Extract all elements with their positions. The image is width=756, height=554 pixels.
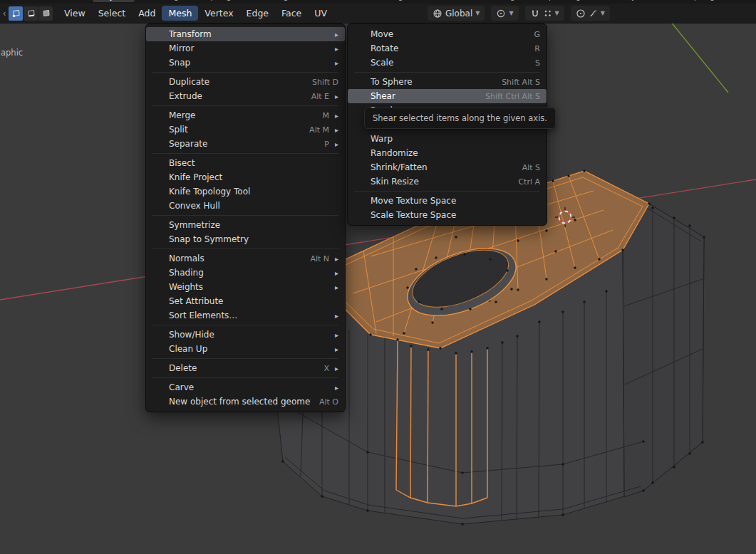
menu-item-hotkey: Alt M [309,125,329,135]
menu-item-bisect[interactable]: Bisect [146,156,345,170]
menu-mesh[interactable]: Mesh [162,6,198,21]
workspace-tab-sculpting[interactable]: Sculpting [186,0,239,2]
submenu-item-rotate[interactable]: Rotate R [348,41,547,56]
menu-item-shading[interactable]: Shading ▸ [146,266,345,280]
menu-item-separate[interactable]: Separate P ▸ [146,137,345,151]
menu-item-label: Sort Elements… [169,310,329,320]
menu-item-weights[interactable]: Weights ▸ [146,280,345,294]
submenu-arrow-icon: ▸ [333,31,338,38]
workspace-tab-compositing[interactable]: Compositing [522,0,588,2]
menu-separator [152,249,338,249]
menu-item-label: Move Texture Space [371,196,540,206]
menu-item-normals[interactable]: Normals Alt N ▸ [146,251,345,266]
menu-select[interactable]: Select [92,6,133,21]
menu-item-label: Clean Up [169,344,329,354]
submenu-item-move-texture-space[interactable]: Move Texture Space [348,194,547,208]
submenu-item-skin-resize[interactable]: Skin Resize Ctrl A [348,174,547,189]
workspace-tab-geometry-nodes[interactable]: Geometry Nodes [589,0,672,2]
menu-item-label: Separate [169,139,316,149]
menu-item-mirror[interactable]: Mirror ▸ [146,41,345,56]
tooltip-shear: Shear selected items along the given axi… [364,108,556,129]
workspace-tab-rendering[interactable]: Rendering [467,0,523,2]
menu-item-label: Randomize [371,148,540,158]
menu-item-delete[interactable]: Delete X ▸ [146,361,345,375]
workspace-tab-shading[interactable]: Shading [363,0,410,2]
submenu-arrow-icon: ▸ [333,384,338,392]
menu-separator [152,377,338,378]
submenu-item-scale-texture-space[interactable]: Scale Texture Space [348,208,547,222]
menu-vertex[interactable]: Vertex [198,6,239,21]
menu-separator [152,325,338,325]
menu-view[interactable]: View [58,6,92,21]
workspace-tab-animation[interactable]: Animation [410,0,467,2]
submenu-item-shrink-fatten[interactable]: Shrink/Fatten Alt S [348,160,547,174]
menu-item-knife-topology-tool[interactable]: Knife Topology Tool [146,184,345,199]
menu-separator [152,72,338,73]
menu-item-hotkey: Alt E [311,92,329,101]
menu-item-duplicate[interactable]: Duplicate Shift D [146,75,345,89]
menu-item-label: Delete [169,363,315,373]
menu-face[interactable]: Face [275,6,308,21]
submenu-arrow-icon: ▸ [333,45,338,53]
menu-item-label: Move [371,29,525,39]
workspace-tab-uv-editing[interactable]: UV Editing [239,0,296,2]
menu-item-label: Merge [169,110,314,120]
menu-item-label: Scale Texture Space [371,210,540,220]
submenu-item-randomize[interactable]: Randomize [348,146,547,160]
snapping-controls[interactable]: ▼ [525,6,564,21]
workspace-tabbar: Layout Modeling Sculpting UV Editing Tex… [0,0,756,4]
menu-item-label: Carve [169,382,329,392]
select-mode-edge-button[interactable] [24,6,38,21]
menu-item-set-attribute[interactable]: Set Attribute [146,294,345,308]
workspace-tab-modeling[interactable]: Modeling [135,0,186,2]
menu-item-convex-hull[interactable]: Convex Hull [146,199,345,213]
header-scroll-left-icon[interactable]: ‹ [0,8,9,19]
menu-item-sort-elements[interactable]: Sort Elements… ▸ [146,308,345,323]
menu-separator [152,215,338,216]
menu-item-extrude[interactable]: Extrude Alt E ▸ [146,89,345,103]
menu-item-hotkey: Shift Ctrl Alt S [485,92,540,101]
submenu-arrow-icon: ▸ [333,269,338,277]
workspace-tab-texture-paint[interactable]: Texture Paint [296,0,363,2]
menu-item-snap[interactable]: Snap ▸ [146,56,345,70]
submenu-arrow-icon: ▸ [333,345,338,353]
menu-item-hotkey: X [323,364,329,373]
menu-item-label: Normals [169,254,301,263]
menu-item-knife-project[interactable]: Knife Project [146,170,345,184]
submenu-item-shear[interactable]: Shear Shift Ctrl Alt S [348,89,547,103]
menu-item-label: Shrink/Fatten [371,162,514,172]
submenu-arrow-icon: ▸ [333,283,338,291]
menu-edge[interactable]: Edge [240,6,275,21]
submenu-arrow-icon: ▸ [333,59,338,67]
menu-item-label: Extrude [169,91,303,101]
submenu-item-warp[interactable]: Warp [348,132,547,146]
submenu-item-scale[interactable]: Scale S [348,56,547,70]
menu-item-label: Snap [169,58,329,68]
workspace-tab-scripting[interactable]: Scripting [672,0,723,2]
workspace-tab-layout[interactable]: Layout [93,0,135,2]
menu-item-clean-up[interactable]: Clean Up ▸ [146,342,345,356]
pivot-point-dropdown[interactable]: ▼ [491,6,518,21]
proportional-editing-controls[interactable]: ▼ [571,6,610,21]
menu-add[interactable]: Add [132,6,162,21]
menu-item-transform[interactable]: Transform ▸ [146,27,345,41]
menu-item-snap-to-symmetry[interactable]: Snap to Symmetry [146,232,345,246]
submenu-item-to-sphere[interactable]: To Sphere Shift Alt S [348,75,547,89]
submenu-arrow-icon: ▸ [333,312,338,320]
menu-item-merge[interactable]: Merge M ▸ [146,108,345,122]
menu-item-split[interactable]: Split Alt M ▸ [146,122,345,137]
menu-item-show-hide[interactable]: Show/Hide ▸ [146,328,345,342]
select-mode-face-button[interactable] [38,6,53,21]
menu-item-label: Skin Resize [371,177,509,187]
menu-item-carve[interactable]: Carve ▸ [146,380,345,394]
menu-item-label: Snap to Symmetry [169,234,338,244]
transform-orientation-dropdown[interactable]: Global ▼ [428,6,485,21]
face-select-icon [41,9,51,18]
menu-item-symmetrize[interactable]: Symmetrize [146,218,345,232]
select-mode-vertex-button[interactable] [9,6,23,21]
menu-item-label: Bisect [169,158,338,168]
menu-uv[interactable]: UV [308,6,333,21]
mesh-menu-panel: Transform ▸ Mirror ▸ Snap ▸ Duplicate Sh… [145,23,346,412]
menu-item-new-object-from-selected-geometry[interactable]: New object from selected geometry Alt O [146,394,345,409]
submenu-item-move[interactable]: Move G [348,27,547,41]
